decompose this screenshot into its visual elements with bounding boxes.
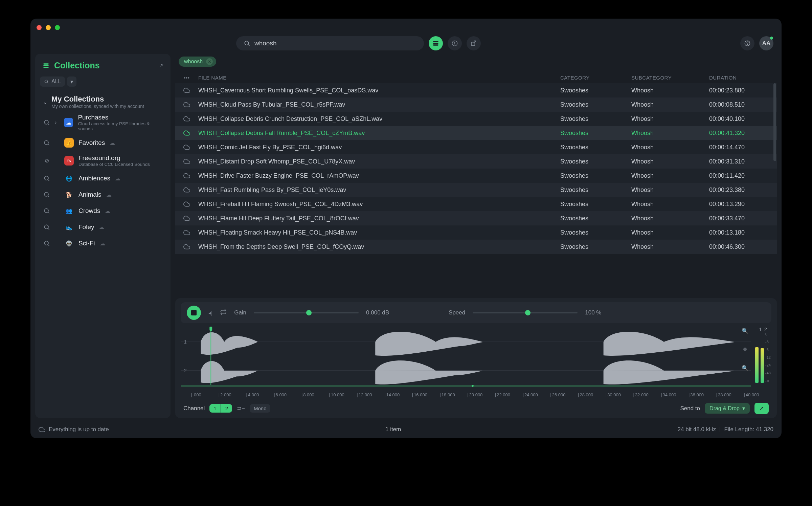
search-icon [43, 175, 50, 182]
help-button[interactable] [740, 36, 754, 50]
meter-scale-tick: -∞ [765, 379, 771, 383]
timeline-tick: 38.000 [716, 392, 744, 397]
sidebar-item-sci-fi[interactable]: 👽Sci-Fi☁ [42, 235, 164, 251]
speed-label: Speed [449, 309, 465, 316]
selection-count: 1 item [109, 426, 678, 433]
column-category[interactable]: CATEGORY [560, 75, 631, 81]
sidebar-item-label: Purchases [78, 114, 162, 121]
cell-subcategory: Whoosh [631, 87, 709, 94]
svg-line-17 [48, 124, 49, 125]
cell-duration: 00:00:13.180 [709, 229, 777, 236]
mono-toggle[interactable]: Mono [250, 404, 271, 413]
column-filename[interactable]: FILE NAME [198, 75, 560, 81]
cloud-icon [175, 215, 198, 222]
cell-filename: WHSH_Collapse Debris Fall Rumble_PSE_COL… [198, 130, 560, 137]
sidebar-item-favorites[interactable]: 👍Favorites☁ [42, 135, 164, 151]
all-dropdown[interactable]: ▾ [67, 76, 76, 87]
cell-subcategory: Whoosh [631, 144, 709, 151]
table-row[interactable]: WHSH_Collapse Debris Crunch Destruction_… [175, 112, 777, 126]
sidebar-item-label: Sci-Fi [78, 240, 95, 247]
table-row[interactable]: WHSH_Distant Drop Soft Whomp_PSE_COL_U78… [175, 154, 777, 169]
user-avatar[interactable]: AA [759, 36, 773, 50]
search-icon [244, 40, 250, 47]
table-row[interactable]: WHSH_Flame Hit Deep Fluttery Tail_PSE_CO… [175, 211, 777, 225]
table-row[interactable]: WHSH_Cloud Pass By Tubular_PSE_COL_r5sPF… [175, 97, 777, 112]
svg-point-28 [44, 241, 48, 245]
sidebar-item-label: Foley [78, 223, 94, 231]
cloud-icon [175, 172, 198, 179]
speed-slider[interactable] [473, 312, 578, 313]
remove-tag-icon[interactable]: ✕ [206, 58, 213, 65]
svg-line-1 [248, 44, 249, 46]
table-row[interactable]: WHSH_Cavernous Short Rumbling Swells_PSE… [175, 83, 777, 97]
column-duration[interactable]: DURATION [709, 75, 777, 81]
table-row[interactable]: WHSH_Comic Jet Fast Fly By_PSE_COL_hgi6d… [175, 140, 777, 154]
export-button[interactable] [467, 36, 481, 50]
table-row[interactable]: WHSH_Drive Faster Buzzy Engine_PSE_COL_r… [175, 169, 777, 183]
svg-text:2: 2 [184, 368, 187, 373]
cell-category: Swooshes [560, 158, 631, 165]
send-button[interactable]: ↗ [754, 403, 769, 414]
close-window[interactable] [37, 25, 42, 30]
table-row[interactable]: WHSH_Fireball Hit Flaming Swoosh_PSE_COL… [175, 197, 777, 211]
meter-label-2: 2 [764, 327, 767, 332]
all-filter[interactable]: ALL [40, 76, 65, 87]
table-row[interactable]: WHSH_Fast Rumbling Pass By_PSE_COL_ieY0s… [175, 183, 777, 197]
loop-button[interactable] [220, 309, 227, 317]
sidebar-item-freesound-org[interactable]: ⊘fsFreesound.orgDatabase of CC0 Licensed… [42, 151, 164, 170]
svg-line-15 [47, 82, 48, 83]
waveform-display[interactable]: 1 2 [181, 327, 751, 388]
scrollbar-thumb[interactable] [773, 83, 776, 161]
zoom-out-icon[interactable]: 🔍 [742, 365, 748, 371]
timeline-tick: 10.000 [329, 392, 357, 397]
my-collections-group[interactable]: ⌄ My Collections My own collections, syn… [42, 93, 164, 110]
timeline-tick: 26.000 [550, 392, 578, 397]
cell-filename: WHSH_Floating Smack Heavy Hit_PSE_COL_pN… [198, 229, 560, 236]
column-subcategory[interactable]: SUBCATEGORY [631, 75, 709, 81]
skip-back-button[interactable]: ◂| [208, 310, 212, 316]
zoom-in-icon[interactable]: 🔍 [742, 327, 748, 334]
titlebar [30, 19, 782, 36]
send-to-label: Send to [680, 405, 700, 412]
search-input[interactable] [254, 40, 416, 47]
filter-tag[interactable]: whoosh ✕ [179, 57, 216, 67]
channel-1-button[interactable]: 1 [209, 404, 220, 413]
table-row[interactable]: WHSH_From the Depths Deep Swell_PSE_COL_… [175, 240, 777, 254]
search-field[interactable] [236, 36, 424, 50]
results-table: ••• FILE NAME CATEGORY SUBCATEGORY DURAT… [175, 72, 777, 294]
meter-bar-2 [761, 348, 764, 383]
sidebar-item-purchases[interactable]: ›☁PurchasesCloud access to my PSE librar… [42, 110, 164, 135]
cloud-icon: ☁ [105, 208, 110, 214]
sidebar-item-foley[interactable]: 👟Foley☁ [42, 219, 164, 235]
channel-2-button[interactable]: 2 [221, 404, 232, 413]
info-button[interactable] [448, 36, 462, 50]
cell-subcategory: Whoosh [631, 158, 709, 165]
channel-selector[interactable]: 1 2 [209, 404, 232, 413]
meter-scale-tick: -24 [765, 363, 771, 367]
table-row[interactable]: WHSH_Floating Smack Heavy Hit_PSE_COL_pN… [175, 225, 777, 240]
minimize-window[interactable] [46, 25, 51, 30]
zoom-slider-thumb[interactable] [743, 348, 747, 351]
maximize-window[interactable] [55, 25, 60, 30]
audio-player: ◂| Gain 0.000 dB Speed 100 % [175, 298, 777, 418]
sidebar-item-ambiences[interactable]: 🌐Ambiences☁ [42, 170, 164, 186]
popout-icon[interactable]: ↗ [159, 62, 163, 69]
cloud-icon: ☁ [110, 140, 115, 146]
gain-slider[interactable] [254, 312, 359, 313]
channel-label: Channel [183, 405, 205, 412]
meter-scale-tick: -48 [765, 371, 771, 375]
table-row[interactable]: WHSH_Collapse Debris Fall Rumble_PSE_COL… [175, 126, 777, 140]
stereo-link-icon[interactable]: ⊃− [237, 405, 245, 412]
cloud-sync-icon [39, 426, 45, 433]
topbar: AA [30, 36, 782, 54]
column-menu[interactable]: ••• [175, 75, 198, 81]
cell-duration: 00:00:41.320 [709, 130, 777, 137]
timeline-ruler[interactable]: .0002.0004.0006.0008.00010.00012.00014.0… [181, 391, 771, 397]
sidebar-item-animals[interactable]: 🐕Animals☁ [42, 186, 164, 203]
sidebar-item-crowds[interactable]: 👥Crowds☁ [42, 203, 164, 219]
cell-duration: 00:00:33.470 [709, 215, 777, 222]
stop-button[interactable] [187, 306, 201, 320]
collections-filter-button[interactable] [429, 36, 443, 50]
timeline-tick: 28.000 [578, 392, 606, 397]
drag-drop-button[interactable]: Drag & Drop ▾ [705, 403, 750, 414]
